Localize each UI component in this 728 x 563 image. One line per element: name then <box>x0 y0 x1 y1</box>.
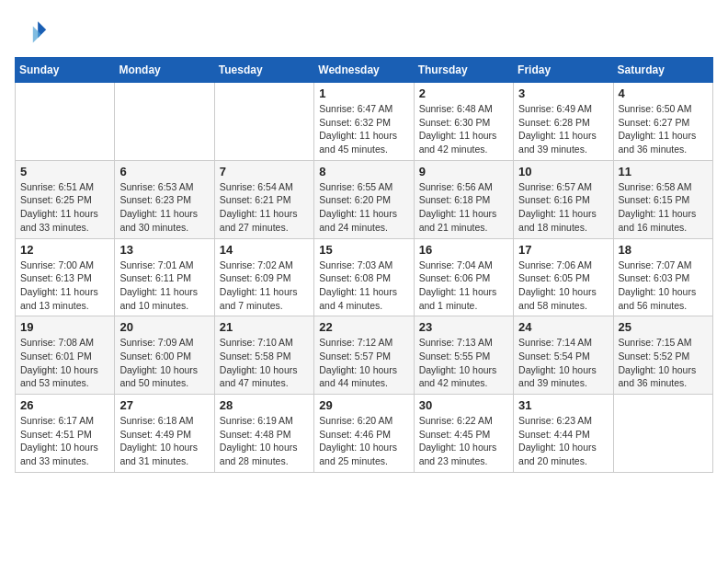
day-number: 27 <box>119 398 209 412</box>
calendar-cell: 16Sunrise: 7:04 AM Sunset: 6:06 PM Dayli… <box>414 238 513 316</box>
calendar-header: SundayMondayTuesdayWednesdayThursdayFrid… <box>16 58 713 83</box>
calendar-cell: 3Sunrise: 6:49 AM Sunset: 6:28 PM Daylig… <box>514 83 613 161</box>
day-number: 15 <box>319 243 408 257</box>
day-info: Sunrise: 6:48 AM Sunset: 6:30 PM Dayligh… <box>419 102 508 156</box>
day-info: Sunrise: 6:53 AM Sunset: 6:23 PM Dayligh… <box>119 180 209 235</box>
day-number: 13 <box>119 243 209 257</box>
day-number: 10 <box>518 165 608 178</box>
day-info: Sunrise: 6:47 AM Sunset: 6:32 PM Dayligh… <box>319 102 408 156</box>
day-number: 19 <box>20 320 109 334</box>
calendar-table: SundayMondayTuesdayWednesdayThursdayFrid… <box>15 57 713 473</box>
day-info: Sunrise: 6:51 AM Sunset: 6:25 PM Dayligh… <box>20 180 109 235</box>
day-info: Sunrise: 6:23 AM Sunset: 4:44 PM Dayligh… <box>518 414 608 468</box>
day-number: 1 <box>319 86 408 100</box>
calendar-cell: 18Sunrise: 7:07 AM Sunset: 6:03 PM Dayli… <box>613 238 712 316</box>
day-number: 2 <box>419 86 508 100</box>
day-number: 5 <box>20 165 109 178</box>
day-number: 31 <box>518 398 608 412</box>
day-number: 9 <box>419 165 508 178</box>
calendar-cell: 20Sunrise: 7:09 AM Sunset: 6:00 PM Dayli… <box>115 316 214 395</box>
day-number: 16 <box>419 243 508 257</box>
day-number: 28 <box>220 398 309 412</box>
day-number: 4 <box>619 86 708 100</box>
logo-icon <box>15 15 48 48</box>
calendar-cell: 26Sunrise: 6:17 AM Sunset: 4:51 PM Dayli… <box>16 395 115 473</box>
day-info: Sunrise: 6:20 AM Sunset: 4:46 PM Dayligh… <box>319 414 408 468</box>
day-number: 11 <box>619 165 708 178</box>
day-info: Sunrise: 7:03 AM Sunset: 6:08 PM Dayligh… <box>319 259 408 313</box>
weekday-header-tuesday: Tuesday <box>214 58 313 83</box>
weekday-header-saturday: Saturday <box>613 58 712 83</box>
day-info: Sunrise: 6:58 AM Sunset: 6:15 PM Dayligh… <box>619 180 708 235</box>
calendar-cell: 13Sunrise: 7:01 AM Sunset: 6:11 PM Dayli… <box>115 238 214 316</box>
day-number: 21 <box>220 320 309 334</box>
calendar-cell <box>613 395 712 473</box>
calendar-cell: 5Sunrise: 6:51 AM Sunset: 6:25 PM Daylig… <box>16 160 115 238</box>
calendar-cell: 17Sunrise: 7:06 AM Sunset: 6:05 PM Dayli… <box>514 238 613 316</box>
day-number: 3 <box>518 86 608 100</box>
day-info: Sunrise: 6:56 AM Sunset: 6:18 PM Dayligh… <box>419 180 508 235</box>
calendar-cell: 11Sunrise: 6:58 AM Sunset: 6:15 PM Dayli… <box>613 160 712 238</box>
calendar-cell <box>115 83 214 161</box>
calendar-cell: 29Sunrise: 6:20 AM Sunset: 4:46 PM Dayli… <box>314 395 414 473</box>
day-number: 26 <box>20 398 109 412</box>
calendar-cell: 21Sunrise: 7:10 AM Sunset: 5:58 PM Dayli… <box>214 316 313 395</box>
day-info: Sunrise: 7:00 AM Sunset: 6:13 PM Dayligh… <box>20 259 109 313</box>
day-number: 6 <box>119 165 209 178</box>
day-number: 30 <box>419 398 508 412</box>
weekday-header-friday: Friday <box>514 58 613 83</box>
calendar-cell: 15Sunrise: 7:03 AM Sunset: 6:08 PM Dayli… <box>314 238 414 316</box>
day-info: Sunrise: 6:22 AM Sunset: 4:45 PM Dayligh… <box>419 414 508 468</box>
day-info: Sunrise: 7:13 AM Sunset: 5:55 PM Dayligh… <box>419 336 508 390</box>
logo <box>15 15 51 48</box>
calendar-cell: 30Sunrise: 6:22 AM Sunset: 4:45 PM Dayli… <box>414 395 513 473</box>
day-info: Sunrise: 6:49 AM Sunset: 6:28 PM Dayligh… <box>518 102 608 156</box>
calendar-cell: 2Sunrise: 6:48 AM Sunset: 6:30 PM Daylig… <box>414 83 513 161</box>
day-info: Sunrise: 6:17 AM Sunset: 4:51 PM Dayligh… <box>20 414 109 468</box>
day-number: 7 <box>220 165 309 178</box>
calendar-cell: 24Sunrise: 7:14 AM Sunset: 5:54 PM Dayli… <box>514 316 613 395</box>
calendar-cell: 6Sunrise: 6:53 AM Sunset: 6:23 PM Daylig… <box>115 160 214 238</box>
calendar-cell: 19Sunrise: 7:08 AM Sunset: 6:01 PM Dayli… <box>16 316 115 395</box>
weekday-header-thursday: Thursday <box>414 58 513 83</box>
calendar-cell: 8Sunrise: 6:55 AM Sunset: 6:20 PM Daylig… <box>314 160 414 238</box>
day-info: Sunrise: 7:15 AM Sunset: 5:52 PM Dayligh… <box>619 336 708 390</box>
calendar-cell: 25Sunrise: 7:15 AM Sunset: 5:52 PM Dayli… <box>613 316 712 395</box>
day-info: Sunrise: 6:18 AM Sunset: 4:49 PM Dayligh… <box>119 414 209 468</box>
calendar-cell <box>214 83 313 161</box>
calendar-cell: 14Sunrise: 7:02 AM Sunset: 6:09 PM Dayli… <box>214 238 313 316</box>
day-info: Sunrise: 7:02 AM Sunset: 6:09 PM Dayligh… <box>220 259 309 313</box>
day-number: 24 <box>518 320 608 334</box>
calendar-cell: 4Sunrise: 6:50 AM Sunset: 6:27 PM Daylig… <box>613 83 712 161</box>
weekday-header-sunday: Sunday <box>16 58 115 83</box>
day-info: Sunrise: 6:57 AM Sunset: 6:16 PM Dayligh… <box>518 180 608 235</box>
day-info: Sunrise: 6:50 AM Sunset: 6:27 PM Dayligh… <box>619 102 708 156</box>
day-info: Sunrise: 7:08 AM Sunset: 6:01 PM Dayligh… <box>20 336 109 390</box>
day-info: Sunrise: 6:54 AM Sunset: 6:21 PM Dayligh… <box>220 180 309 235</box>
calendar-cell: 1Sunrise: 6:47 AM Sunset: 6:32 PM Daylig… <box>314 83 414 161</box>
day-number: 18 <box>619 243 708 257</box>
day-info: Sunrise: 7:01 AM Sunset: 6:11 PM Dayligh… <box>119 259 209 313</box>
day-info: Sunrise: 7:12 AM Sunset: 5:57 PM Dayligh… <box>319 336 408 390</box>
day-number: 17 <box>518 243 608 257</box>
calendar-cell: 23Sunrise: 7:13 AM Sunset: 5:55 PM Dayli… <box>414 316 513 395</box>
day-number: 29 <box>319 398 408 412</box>
day-info: Sunrise: 7:09 AM Sunset: 6:00 PM Dayligh… <box>119 336 209 390</box>
weekday-header-wednesday: Wednesday <box>314 58 414 83</box>
day-info: Sunrise: 7:10 AM Sunset: 5:58 PM Dayligh… <box>220 336 309 390</box>
calendar-cell: 31Sunrise: 6:23 AM Sunset: 4:44 PM Dayli… <box>514 395 613 473</box>
weekday-header-monday: Monday <box>115 58 214 83</box>
page-header <box>15 15 713 48</box>
calendar-cell: 10Sunrise: 6:57 AM Sunset: 6:16 PM Dayli… <box>514 160 613 238</box>
day-info: Sunrise: 6:55 AM Sunset: 6:20 PM Dayligh… <box>319 180 408 235</box>
calendar-cell: 7Sunrise: 6:54 AM Sunset: 6:21 PM Daylig… <box>214 160 313 238</box>
day-info: Sunrise: 7:07 AM Sunset: 6:03 PM Dayligh… <box>619 259 708 313</box>
day-number: 23 <box>419 320 508 334</box>
day-number: 20 <box>119 320 209 334</box>
day-info: Sunrise: 7:06 AM Sunset: 6:05 PM Dayligh… <box>518 259 608 313</box>
calendar-cell: 28Sunrise: 6:19 AM Sunset: 4:48 PM Dayli… <box>214 395 313 473</box>
day-number: 8 <box>319 165 408 178</box>
calendar-cell: 27Sunrise: 6:18 AM Sunset: 4:49 PM Dayli… <box>115 395 214 473</box>
calendar-cell <box>16 83 115 161</box>
day-number: 12 <box>20 243 109 257</box>
